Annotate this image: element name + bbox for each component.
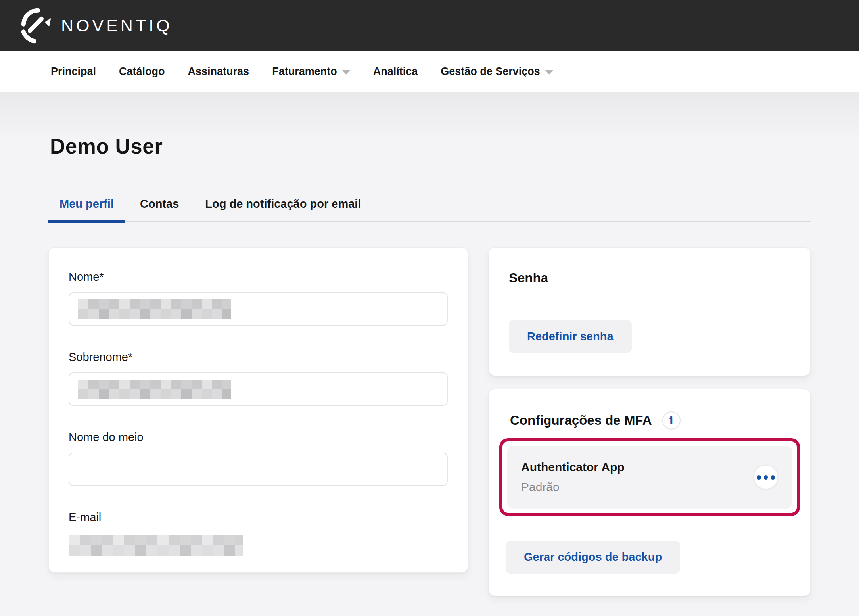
mfa-card-header: Configurações de MFA i: [510, 411, 800, 430]
redacted-email-value: [69, 535, 243, 556]
nav-item-label: Assinaturas: [188, 65, 249, 78]
nav-item-label: Catálogo: [119, 65, 165, 78]
nav-item-principal[interactable]: Principal: [51, 65, 96, 78]
nav-item-gestao-de-servicos[interactable]: Gestão de Serviços: [441, 65, 553, 78]
logo-text: NOVENTIQ: [61, 16, 173, 35]
chevron-down-icon: [342, 70, 350, 75]
mfa-method-name: Authenticator App: [521, 461, 625, 474]
page-content: Demo User Meu perfil Contas Log de notif…: [0, 92, 859, 616]
right-column: Senha Redefinir senha Configurações de M…: [489, 247, 811, 596]
noventiq-logo: NOVENTIQ: [18, 7, 173, 44]
profile-tabs: Meu perfil Contas Log de notificação por…: [48, 198, 811, 222]
mfa-method-item: Authenticator App Padrão: [507, 446, 792, 509]
nav-item-label: Faturamento: [272, 65, 337, 78]
main-navigation: Principal Catálogo Assinaturas Faturamen…: [0, 51, 859, 92]
nav-item-faturamento[interactable]: Faturamento: [272, 65, 350, 78]
mfa-method-texts: Authenticator App Padrão: [521, 461, 625, 494]
profile-form-card: Nome* Sobrenome* Nome do meio E-mail: [48, 247, 468, 573]
nav-item-label: Gestão de Serviços: [441, 65, 540, 78]
nav-item-analitica[interactable]: Analítica: [373, 65, 418, 78]
two-column-layout: Nome* Sobrenome* Nome do meio E-mail Sen…: [48, 247, 811, 596]
mfa-method-status: Padrão: [521, 480, 625, 494]
redacted-last-name-value: [78, 380, 231, 399]
nav-item-catalogo[interactable]: Catálogo: [119, 65, 165, 78]
nav-item-label: Analítica: [373, 65, 418, 78]
password-card-title: Senha: [509, 271, 790, 286]
tab-label: Meu perfil: [59, 198, 114, 210]
tab-label: Log de notificação por email: [205, 198, 361, 210]
chevron-down-icon: [545, 70, 553, 75]
email-label: E-mail: [69, 511, 448, 524]
app-header: NOVENTIQ: [0, 0, 859, 51]
first-name-field[interactable]: [69, 292, 448, 326]
tab-contas[interactable]: Contas: [129, 198, 190, 221]
ellipsis-dot: [771, 475, 775, 480]
last-name-field[interactable]: [69, 372, 448, 406]
info-icon[interactable]: i: [662, 411, 681, 430]
last-name-label: Sobrenome*: [69, 351, 448, 364]
ellipsis-dot: [757, 475, 761, 480]
tab-meu-perfil[interactable]: Meu perfil: [48, 198, 125, 221]
first-name-label: Nome*: [69, 271, 448, 284]
nav-item-assinaturas[interactable]: Assinaturas: [188, 65, 249, 78]
mfa-method-highlight-ring: Authenticator App Padrão: [499, 438, 800, 516]
reset-password-button[interactable]: Redefinir senha: [509, 320, 632, 353]
mfa-settings-card: Configurações de MFA i Authenticator App…: [489, 389, 811, 596]
middle-name-field[interactable]: [69, 453, 448, 486]
password-card: Senha Redefinir senha: [489, 247, 811, 376]
generate-backup-codes-button[interactable]: Gerar códigos de backup: [506, 541, 680, 574]
tab-label: Contas: [140, 198, 179, 210]
tab-log-notificacao-email[interactable]: Log de notificação por email: [194, 198, 372, 221]
ellipsis-dot: [764, 475, 768, 480]
ellipsis-menu-button[interactable]: [754, 465, 778, 489]
nav-item-label: Principal: [51, 65, 96, 78]
middle-name-label: Nome do meio: [69, 431, 448, 444]
noventiq-logo-icon: [18, 7, 55, 44]
mfa-card-title: Configurações de MFA: [510, 413, 652, 428]
page-title: Demo User: [48, 92, 811, 158]
redacted-first-name-value: [78, 299, 231, 319]
